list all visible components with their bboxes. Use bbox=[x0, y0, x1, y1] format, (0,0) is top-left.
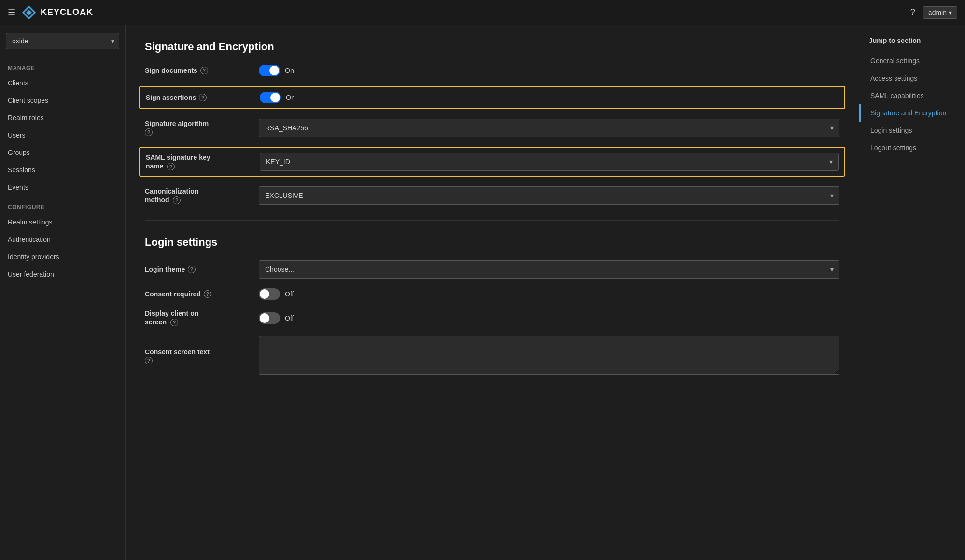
canonicalization-row: Canonicalization method ? EXCLUSIVE EXCL… bbox=[145, 186, 839, 205]
display-client-state: Off bbox=[285, 314, 294, 322]
realm-select[interactable]: oxide bbox=[6, 33, 119, 49]
sidebar-item-identity-providers[interactable]: Identity providers bbox=[0, 248, 125, 266]
display-client-toggle[interactable] bbox=[259, 312, 280, 324]
saml-key-select[interactable]: KEY_ID CERT_SUBJECT NONE bbox=[260, 153, 839, 171]
jump-title: Jump to section bbox=[859, 37, 965, 52]
login-theme-select[interactable]: Choose... keycloak base bbox=[259, 260, 839, 279]
help-icon[interactable]: ? bbox=[910, 7, 915, 17]
topbar-left: ☰ KEYCLOAK bbox=[8, 5, 93, 20]
login-theme-label: Login theme ? bbox=[145, 266, 251, 273]
logo-text: KEYCLOAK bbox=[41, 7, 93, 17]
login-theme-help[interactable]: ? bbox=[188, 266, 196, 273]
canonicalization-label: Canonicalization method ? bbox=[145, 187, 251, 204]
topbar: ☰ KEYCLOAK ? admin ▾ bbox=[0, 0, 965, 25]
consent-screen-textarea[interactable] bbox=[259, 336, 839, 375]
layout: oxide ▾ Manage Clients Client scopes Rea… bbox=[0, 25, 965, 560]
sidebar-item-sessions[interactable]: Sessions bbox=[0, 161, 125, 179]
consent-screen-help[interactable]: ? bbox=[145, 357, 153, 364]
consent-required-toggle[interactable] bbox=[259, 288, 280, 300]
right-panel: Jump to section General settings Access … bbox=[859, 25, 965, 560]
sign-assertions-label: Sign assertions ? bbox=[146, 94, 252, 101]
sign-documents-label: Sign documents ? bbox=[145, 67, 251, 74]
sign-assertions-help[interactable]: ? bbox=[199, 94, 207, 101]
sidebar-item-user-federation[interactable]: User federation bbox=[0, 266, 125, 283]
jump-general-settings[interactable]: General settings bbox=[859, 52, 965, 70]
section-divider bbox=[145, 220, 839, 221]
signature-algorithm-label: Signature algorithm ? bbox=[145, 120, 251, 136]
jump-saml-capabilities[interactable]: SAML capabilities bbox=[859, 87, 965, 104]
saml-key-row: SAML signature key name ? KEY_ID CERT_SU… bbox=[139, 147, 845, 177]
sidebar-item-groups[interactable]: Groups bbox=[0, 144, 125, 161]
sidebar-item-authentication[interactable]: Authentication bbox=[0, 231, 125, 248]
sign-documents-row: Sign documents ? On bbox=[145, 65, 839, 76]
user-dropdown[interactable]: admin ▾ bbox=[923, 6, 957, 19]
sign-assertions-state: On bbox=[286, 94, 295, 101]
sidebar-item-users[interactable]: Users bbox=[0, 126, 125, 144]
user-label: admin bbox=[928, 9, 947, 16]
display-client-row: Display client on screen ? Off bbox=[145, 309, 839, 326]
jump-signature-encryption[interactable]: Signature and Encryption bbox=[859, 104, 965, 122]
sidebar-item-realm-roles[interactable]: Realm roles bbox=[0, 109, 125, 126]
canonicalization-select[interactable]: EXCLUSIVE EXCLUSIVE_WITH_COMMENTS INCLUS… bbox=[259, 186, 839, 205]
sign-documents-toggle[interactable] bbox=[259, 65, 280, 76]
sidebar: oxide ▾ Manage Clients Client scopes Rea… bbox=[0, 25, 126, 560]
saml-key-select-wrapper: KEY_ID CERT_SUBJECT NONE ▾ bbox=[260, 153, 839, 171]
user-dropdown-arrow: ▾ bbox=[949, 9, 952, 16]
jump-login-settings[interactable]: Login settings bbox=[859, 122, 965, 139]
logo-diamond bbox=[21, 5, 37, 20]
signature-algorithm-row: Signature algorithm ? RSA_SHA256 RSA_SHA… bbox=[145, 119, 839, 137]
sidebar-item-realm-settings[interactable]: Realm settings bbox=[0, 213, 125, 231]
signature-algorithm-select[interactable]: RSA_SHA256 RSA_SHA1 RSA_SHA512 DSA_SHA1 bbox=[259, 119, 839, 137]
manage-section-label: Manage bbox=[0, 57, 125, 74]
signature-section-title: Signature and Encryption bbox=[145, 41, 839, 53]
topbar-right: ? admin ▾ bbox=[910, 6, 957, 19]
sign-documents-toggle-wrapper: On bbox=[259, 65, 294, 76]
consent-required-row: Consent required ? Off bbox=[145, 288, 839, 300]
display-client-help[interactable]: ? bbox=[170, 319, 178, 326]
jump-logout-settings[interactable]: Logout settings bbox=[859, 139, 965, 156]
canonicalization-select-wrapper: EXCLUSIVE EXCLUSIVE_WITH_COMMENTS INCLUS… bbox=[259, 186, 839, 205]
sign-assertions-row: Sign assertions ? On bbox=[139, 86, 845, 109]
display-client-label: Display client on screen ? bbox=[145, 309, 251, 326]
consent-required-help[interactable]: ? bbox=[204, 290, 211, 298]
sidebar-item-client-scopes[interactable]: Client scopes bbox=[0, 92, 125, 109]
configure-section-label: Configure bbox=[0, 196, 125, 213]
sign-assertions-toggle[interactable] bbox=[260, 92, 281, 103]
sign-assertions-toggle-wrapper: On bbox=[260, 92, 295, 103]
hamburger-icon[interactable]: ☰ bbox=[8, 7, 15, 18]
main-content: Signature and Encryption Sign documents … bbox=[126, 25, 859, 560]
login-theme-select-wrapper: Choose... keycloak base ▾ bbox=[259, 260, 839, 279]
jump-access-settings[interactable]: Access settings bbox=[859, 70, 965, 87]
saml-key-label: SAML signature key name ? bbox=[146, 154, 252, 170]
login-section-title: Login settings bbox=[145, 236, 839, 249]
consent-screen-textarea-wrapper bbox=[259, 336, 839, 376]
display-client-toggle-wrapper: Off bbox=[259, 312, 294, 324]
sidebar-item-events[interactable]: Events bbox=[0, 179, 125, 196]
canonicalization-help[interactable]: ? bbox=[173, 196, 181, 204]
consent-screen-label: Consent screen text ? bbox=[145, 348, 251, 364]
consent-required-state: Off bbox=[285, 290, 294, 298]
login-theme-row: Login theme ? Choose... keycloak base ▾ bbox=[145, 260, 839, 279]
consent-required-toggle-wrapper: Off bbox=[259, 288, 294, 300]
sidebar-item-clients[interactable]: Clients bbox=[0, 74, 125, 92]
signature-algorithm-select-wrapper: RSA_SHA256 RSA_SHA1 RSA_SHA512 DSA_SHA1 … bbox=[259, 119, 839, 137]
saml-key-help[interactable]: ? bbox=[167, 163, 175, 170]
logo: KEYCLOAK bbox=[21, 5, 93, 20]
signature-algorithm-help[interactable]: ? bbox=[145, 128, 153, 136]
realm-selector[interactable]: oxide ▾ bbox=[6, 33, 119, 49]
consent-required-label: Consent required ? bbox=[145, 290, 251, 298]
sign-documents-help[interactable]: ? bbox=[200, 67, 208, 74]
consent-screen-row: Consent screen text ? bbox=[145, 336, 839, 376]
sign-documents-state: On bbox=[285, 67, 294, 74]
